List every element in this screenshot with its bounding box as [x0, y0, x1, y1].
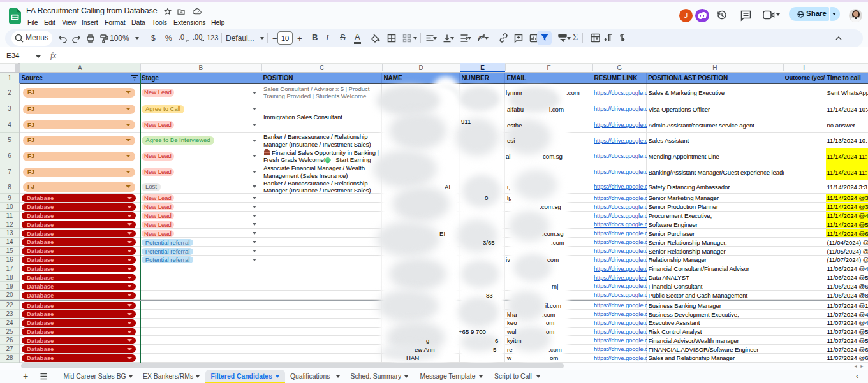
svg-text:A: A	[478, 35, 482, 40]
